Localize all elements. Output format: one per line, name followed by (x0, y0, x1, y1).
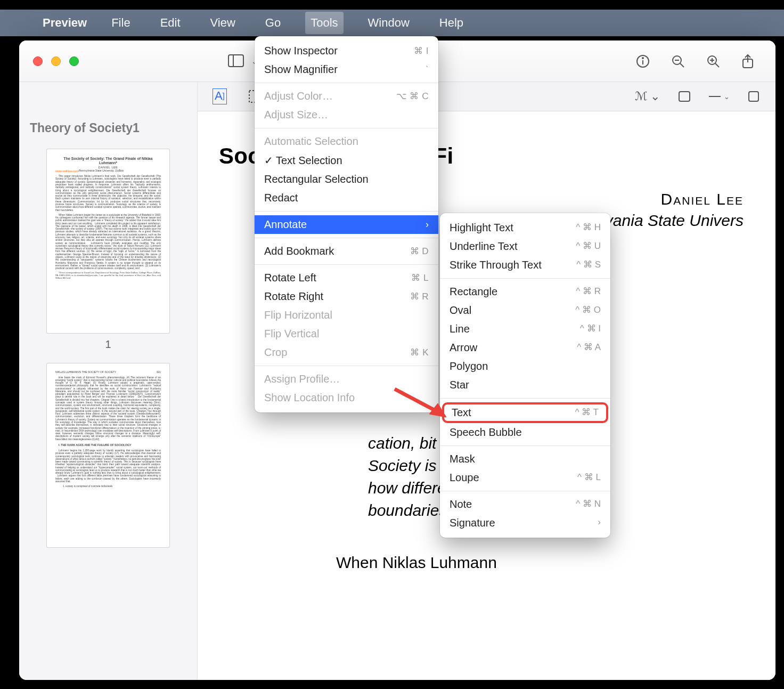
thumb-page-label: 1 (19, 338, 197, 351)
menubar-help[interactable]: Help (434, 12, 469, 34)
submenu-strike-text[interactable]: Strike Through Text^ ⌘ S (440, 256, 610, 274)
submenu-signature[interactable]: Signature› (440, 514, 610, 532)
svg-rect-0 (228, 55, 243, 67)
menubar-edit[interactable]: Edit (155, 12, 186, 34)
thumb2-body-2: Luhmann begins his 1,200-page work by bl… (55, 449, 161, 483)
submenu-speech-bubble[interactable]: Speech Bubble (440, 423, 610, 442)
svg-line-9 (715, 63, 719, 67)
thumb2-section-title: I. THE DARK AGES AND THE FAILURE OF SOCI… (55, 444, 161, 447)
thumb2-header: NIKLAS LUHMANN'S THE SOCIETY OF SOCIETY (55, 371, 116, 374)
submenu-highlight-text[interactable]: Highlight Text^ ⌘ H (440, 218, 610, 237)
menu-flip-horizontal: Flip Horizontal (255, 306, 438, 325)
page-thumbnail-2[interactable]: NIKLAS LUHMANN'S THE SOCIETY OF SOCIETY … (47, 363, 169, 547)
thumb-body: This paper introduces Niklas Luhmann's f… (55, 175, 161, 212)
line-style-icon[interactable]: ⌄ (709, 93, 730, 101)
window-controls (19, 56, 79, 66)
menubar-window[interactable]: Window (363, 12, 415, 34)
chevron-right-icon: › (426, 219, 429, 230)
submenu-loupe[interactable]: Loupe^ ⌘ L (440, 468, 610, 487)
tools-menu: Show Inspector⌘ I Show Magnifier` Adjust… (255, 36, 438, 412)
thumb2-body: time bears the mark of Edmund Husserl's … (55, 376, 161, 441)
menu-show-magnifier[interactable]: Show Magnifier` (255, 60, 438, 79)
page-thumbnail-1[interactable]: The Society of Society: The Grand Finale… (47, 149, 169, 333)
doc-body-fragment: When Niklas Luhmann (219, 554, 754, 572)
submenu-polygon[interactable]: Polygon (440, 357, 610, 376)
menu-rectangular-selection[interactable]: Rectangular Selection (255, 170, 438, 189)
zoom-out-icon[interactable] (671, 54, 685, 68)
thumb-affiliation: Pennsylvania State University, DuBois (79, 169, 124, 172)
submenu-star[interactable]: Star (440, 376, 610, 394)
menubar-go[interactable]: Go (260, 12, 286, 34)
svg-rect-15 (679, 92, 690, 101)
menu-rotate-left[interactable]: Rotate Left⌘ L (255, 269, 438, 287)
menubar-file[interactable]: File (106, 12, 135, 34)
chevron-right-icon: › (598, 517, 601, 529)
thumb-body-2: When Niklas Luhmann began his career as … (55, 214, 161, 270)
svg-point-4 (642, 58, 643, 59)
zoom-in-icon[interactable] (706, 54, 720, 68)
submenu-note[interactable]: Note^ ⌘ N (440, 495, 610, 514)
signature-tool-icon[interactable]: ℳ ⌄ (635, 90, 660, 103)
menu-show-inspector[interactable]: Show Inspector⌘ I (255, 42, 438, 60)
menu-flip-vertical: Flip Vertical (255, 325, 438, 343)
menu-redact[interactable]: Redact (255, 189, 438, 207)
thumbnail-sidebar: Theory of Society1 The Society of Societ… (19, 82, 198, 680)
submenu-rectangle[interactable]: Rectangle^ ⌘ R (440, 282, 610, 301)
menu-crop: Crop⌘ K (255, 343, 438, 362)
submenu-underline-text[interactable]: Underline Text^ ⌘ U (440, 237, 610, 256)
menubar-tools[interactable]: Tools (305, 12, 343, 34)
submenu-oval[interactable]: Oval^ ⌘ O (440, 301, 610, 320)
submenu-text[interactable]: Text^ ⌘ T (442, 402, 608, 423)
submenu-mask[interactable]: Mask (440, 450, 610, 468)
menu-rotate-right[interactable]: Rotate Right⌘ R (255, 287, 438, 306)
menu-text-selection[interactable]: ✓Text Selection (255, 151, 438, 170)
menu-automatic-selection: Automatic Selection (255, 132, 438, 151)
thumb2-pagenum: 321 (157, 371, 161, 374)
shape-style-icon[interactable] (678, 91, 691, 102)
svg-line-6 (680, 63, 684, 67)
share-icon[interactable] (741, 54, 754, 69)
text-tool-button[interactable]: A] (213, 88, 227, 104)
window-close-button[interactable] (33, 56, 43, 66)
window-zoom-button[interactable] (69, 56, 79, 66)
menubar: Preview File Edit View Go Tools Window H… (0, 10, 784, 36)
fill-color-icon[interactable] (748, 91, 760, 102)
sidebar-view-button[interactable] (228, 54, 244, 68)
thumb-watermark: www.swifdoo.com (55, 169, 79, 173)
thumb-footnote: *Direct correspondence to Daniel Lee, De… (55, 272, 161, 279)
svg-rect-17 (749, 92, 758, 101)
submenu-line[interactable]: Line^ ⌘ I (440, 320, 610, 338)
menu-add-bookmark[interactable]: Add Bookmark⌘ D (255, 242, 438, 261)
thumb2-list: 1. society is comprised of concrete indi… (60, 485, 161, 488)
annotate-submenu: Highlight Text^ ⌘ H Underline Text^ ⌘ U … (440, 213, 610, 538)
menubar-view[interactable]: View (205, 12, 241, 34)
menu-adjust-size: Adjust Size… (255, 106, 438, 124)
submenu-arrow[interactable]: Arrow^ ⌘ A (440, 338, 610, 357)
document-title: Theory of Society1 (19, 111, 197, 149)
menu-annotate[interactable]: Annotate› (255, 215, 438, 234)
app-name[interactable]: Preview (43, 16, 87, 30)
menu-assign-profile: Assign Profile… (255, 370, 438, 388)
annotation-arrow-icon (392, 386, 451, 421)
info-icon[interactable] (636, 54, 650, 68)
menu-adjust-color: Adjust Color…⌥ ⌘ C (255, 87, 438, 106)
window-minimize-button[interactable] (51, 56, 61, 66)
thumb-title: The Society of Society: The Grand Finale… (55, 157, 161, 165)
